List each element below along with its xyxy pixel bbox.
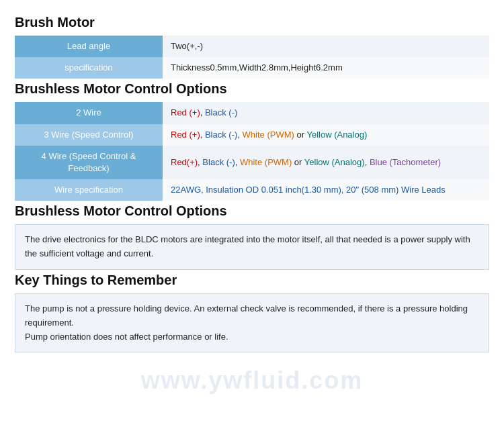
brushless-motor-desc-text: The drive electronics for the BLDC motor…: [25, 234, 470, 258]
text-red-plus: Red (+): [171, 107, 200, 117]
key-things-box: The pump is not a pressure holding devic…: [15, 293, 489, 352]
label-4wire: 4 Wire (Speed Control & Feedback): [15, 146, 163, 179]
label-2wire: 2 Wire: [15, 102, 163, 124]
label-lead-angle: Lead angle: [15, 36, 163, 57]
label-specification: specification: [15, 57, 163, 79]
text-black-4w: Black (-): [202, 157, 235, 167]
brushless-motor-table: 2 Wire Red (+), Black (-) 3 Wire (Speed …: [15, 102, 489, 201]
table-row: Lead angle Two(+,-): [15, 36, 489, 57]
table-row: 3 Wire (Speed Control) Red (+), Black (-…: [15, 124, 489, 146]
text-white-4w: White (PWM): [240, 157, 292, 167]
table-row: Wire specification 22AWG, Insulation OD …: [15, 179, 489, 201]
text-blue-tach: Blue (Tachometer): [370, 157, 441, 167]
brushless-motor-desc-section: Brushless Motor Control Options The driv…: [15, 203, 489, 270]
brushless-motor-desc-title: Brushless Motor Control Options: [15, 203, 489, 219]
value-lead-angle: Two(+,-): [163, 36, 489, 57]
watermark: www.ywfluid.com: [141, 367, 364, 395]
wire-spec-text: 22AWG, Insulation OD 0.051 inch(1.30 mm)…: [171, 185, 446, 195]
text-white-pwm: White (PWM): [243, 130, 294, 140]
brushless-motor-control-title: Brushless Motor Control Options: [15, 81, 489, 97]
key-things-line2: Pump orientation does not affect perform…: [25, 330, 479, 344]
value-3wire: Red (+), Black (-), White (PWM) or Yello…: [163, 124, 489, 146]
text-yellow-analog: Yellow (Analog): [306, 130, 367, 140]
key-things-title: Key Things to Remember: [15, 273, 489, 288]
value-specification: Thickness0.5mm,Width2.8mm,Height6.2mm: [163, 57, 489, 79]
text-red-4w: Red(+): [171, 157, 198, 167]
text-yellow-4w: Yellow (Analog): [304, 157, 365, 167]
text-red: Red (+): [171, 130, 200, 140]
brushless-motor-table-section: Brushless Motor Control Options 2 Wire R…: [15, 81, 489, 201]
brush-motor-section: Brush Motor Lead angle Two(+,-) specific…: [15, 15, 489, 79]
text-black: Black (-): [205, 130, 237, 140]
label-3wire: 3 Wire (Speed Control): [15, 124, 163, 146]
value-wire-spec: 22AWG, Insulation OD 0.051 inch(1.30 mm)…: [163, 179, 489, 201]
brushless-motor-desc-box: The drive electronics for the BLDC motor…: [15, 224, 489, 270]
brush-motor-title: Brush Motor: [15, 15, 489, 30]
value-2wire: Red (+), Black (-): [163, 102, 489, 124]
table-row: specification Thickness0.5mm,Width2.8mm,…: [15, 57, 489, 79]
brush-motor-table: Lead angle Two(+,-) specification Thickn…: [15, 36, 489, 79]
label-wire-spec: Wire specification: [15, 179, 163, 201]
text-black-minus: Black (-): [205, 107, 237, 117]
table-row: 4 Wire (Speed Control & Feedback) Red(+)…: [15, 146, 489, 179]
key-things-section: Key Things to Remember The pump is not a…: [15, 273, 489, 352]
table-row: 2 Wire Red (+), Black (-): [15, 102, 489, 124]
key-things-line1: The pump is not a pressure holding devic…: [25, 302, 479, 330]
value-4wire: Red(+), Black (-), White (PWM) or Yellow…: [163, 146, 489, 179]
